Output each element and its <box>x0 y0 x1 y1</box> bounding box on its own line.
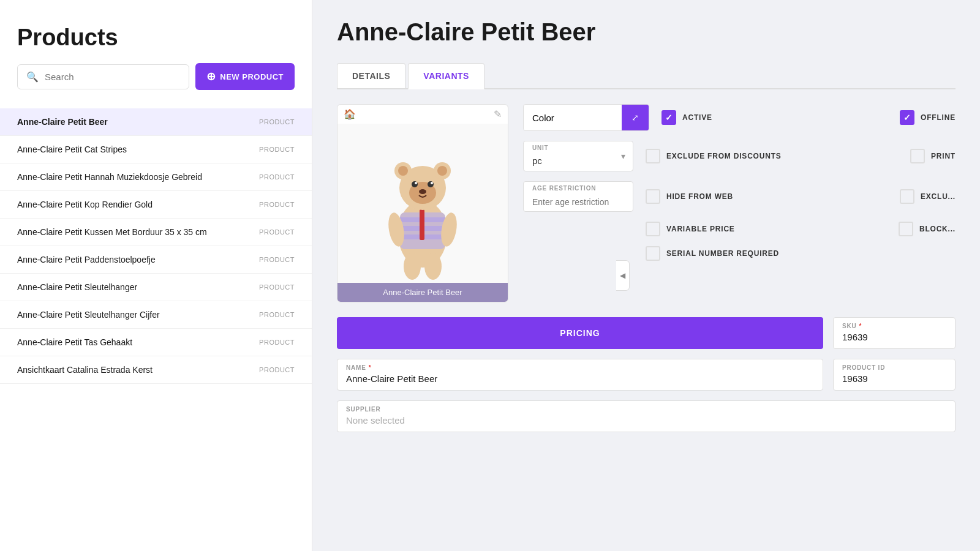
variants-content: 🏠 ✎ <box>337 104 956 302</box>
product-name: Anne-Claire Petit Kop Rendier Gold <box>17 200 153 209</box>
product-type-badge: PRODUCT <box>259 173 295 181</box>
color-input[interactable] <box>524 105 622 130</box>
pricing-button[interactable]: PRICING <box>337 317 823 349</box>
color-button[interactable]: ⤢ <box>622 104 649 131</box>
sku-label: SKU * <box>842 323 946 329</box>
hide-web-label: HIDE FROM WEB <box>666 192 733 201</box>
checkbox-offline: OFFLINE <box>900 110 956 125</box>
print-checkbox[interactable] <box>910 149 925 163</box>
list-item[interactable]: Anne-Claire Petit Hannah Muziekdoosje Ge… <box>0 163 312 191</box>
supplier-value: None selected <box>346 415 946 425</box>
color-input-group: ⤢ <box>523 104 649 131</box>
right-panel: Anne-Claire Petit Beer DETAILSVARIANTS 🏠… <box>312 0 980 551</box>
product-type-badge: PRODUCT <box>259 339 295 346</box>
search-icon: 🔍 <box>26 71 39 83</box>
list-item[interactable]: Anne-Claire Petit Kussen Met Borduur 35 … <box>0 219 312 246</box>
product-name: Anne-Claire Petit Beer <box>17 117 108 127</box>
exclude-discounts-checkbox[interactable] <box>646 149 660 163</box>
image-card: 🏠 ✎ <box>337 104 508 302</box>
chevron-down-icon: ▾ <box>621 151 625 161</box>
list-item[interactable]: Anne-Claire Petit Tas Gehaakt PRODUCT <box>0 329 312 356</box>
product-type-badge: PRODUCT <box>259 311 295 318</box>
new-product-label: NEW PRODUCT <box>220 72 284 81</box>
checkbox-hide-web: HIDE FROM WEB <box>646 189 733 204</box>
checkbox-exclude-discounts: EXCLUDE FROM DISCOUNTS <box>646 149 782 163</box>
list-item[interactable]: Anne-Claire Petit Sleutelhanger Cijfer P… <box>0 301 312 329</box>
exclu-checkbox[interactable] <box>900 189 914 204</box>
product-name: Anne-Claire Petit Sleutelhanger <box>17 282 137 292</box>
list-item[interactable]: Anne-Claire Petit Cat Stripes PRODUCT <box>0 136 312 163</box>
unit-select[interactable]: UNIT pc ▾ <box>523 141 633 171</box>
search-input[interactable] <box>45 72 180 82</box>
supplier-field[interactable]: SUPPLIER None selected <box>337 400 956 432</box>
variable-price-checkbox[interactable] <box>646 222 660 236</box>
search-box: 🔍 <box>17 64 189 89</box>
print-label: PRINT <box>931 152 956 160</box>
active-checkbox[interactable] <box>662 110 676 125</box>
age-restriction-label: AGE RESTRICTION <box>532 185 596 192</box>
image-caption: Anne-Claire Petit Beer <box>337 283 508 302</box>
left-header: Products 🔍 ⊕ NEW PRODUCT <box>0 0 312 102</box>
tab-details[interactable]: DETAILS <box>337 63 405 88</box>
name-field[interactable]: NAME * Anne-Claire Petit Beer <box>337 359 823 391</box>
name-id-row: NAME * Anne-Claire Petit Beer PRODUCT ID… <box>337 359 956 391</box>
list-item[interactable]: Anne-Claire Petit Beer PRODUCT <box>0 108 312 136</box>
home-icon[interactable]: 🏠 <box>344 108 356 120</box>
sku-value: 19639 <box>842 332 946 342</box>
product-name: Anne-Claire Petit Kussen Met Borduur 35 … <box>17 227 207 237</box>
tab-variants[interactable]: VARIANTS <box>408 63 484 89</box>
checkbox-block: BLOCK... <box>899 222 956 236</box>
svg-point-18 <box>415 182 417 184</box>
checkbox-active: ACTIVE <box>662 110 712 125</box>
offline-label: OFFLINE <box>921 113 956 122</box>
page-title: Anne-Claire Petit Beer <box>337 18 956 46</box>
product-type-badge: PRODUCT <box>259 118 295 126</box>
product-name: Anne-Claire Petit Tas Gehaakt <box>17 337 132 347</box>
block-label: BLOCK... <box>919 225 956 233</box>
product-id-value: 19639 <box>842 373 946 384</box>
products-title: Products <box>17 24 295 51</box>
product-type-badge: PRODUCT <box>259 256 295 263</box>
list-item[interactable]: Anne-Claire Petit Sleutelhanger PRODUCT <box>0 274 312 301</box>
search-row: 🔍 ⊕ NEW PRODUCT <box>17 63 295 90</box>
hide-web-checkbox[interactable] <box>646 189 660 204</box>
options-panel: ⤢ ACTIVE OFFLINE UNIT pc <box>523 104 956 261</box>
svg-point-8 <box>404 253 421 280</box>
product-list: Anne-Claire Petit Beer PRODUCT Anne-Clai… <box>0 108 312 551</box>
product-name: Anne-Claire Petit Sleutelhanger Cijfer <box>17 310 160 320</box>
product-type-badge: PRODUCT <box>259 366 295 373</box>
new-product-button[interactable]: ⊕ NEW PRODUCT <box>195 63 295 90</box>
serial-checkbox[interactable] <box>646 246 660 261</box>
name-required-marker: * <box>369 364 372 371</box>
product-name: Anne-Claire Petit Hannah Muziekdoosje Ge… <box>17 172 202 182</box>
supplier-row: SUPPLIER None selected <box>337 400 956 432</box>
product-name: Ansichtkaart Catalina Estrada Kerst <box>17 365 153 375</box>
left-panel: Products 🔍 ⊕ NEW PRODUCT Anne-Claire Pet… <box>0 0 312 551</box>
sku-required-marker: * <box>859 323 862 329</box>
offline-checkbox[interactable] <box>900 110 914 125</box>
product-id-label: PRODUCT ID <box>842 364 946 371</box>
active-label: ACTIVE <box>682 113 712 122</box>
plus-icon: ⊕ <box>206 70 216 83</box>
sku-field: SKU * 19639 <box>833 317 956 349</box>
block-checkbox[interactable] <box>899 222 913 236</box>
unit-label: UNIT <box>532 144 549 151</box>
product-type-badge: PRODUCT <box>259 201 295 208</box>
product-type-badge: PRODUCT <box>259 146 295 153</box>
svg-point-12 <box>398 166 408 176</box>
svg-point-14 <box>437 166 447 176</box>
exclude-discounts-label: EXCLUDE FROM DISCOUNTS <box>666 152 782 160</box>
checkbox-print: PRINT <box>910 149 956 163</box>
list-item[interactable]: Anne-Claire Petit Kop Rendier Gold PRODU… <box>0 191 312 219</box>
collapse-arrow[interactable]: ◀ <box>616 260 630 291</box>
list-item[interactable]: Anne-Claire Petit Paddenstoelpoefje PROD… <box>0 246 312 274</box>
list-item[interactable]: Ansichtkaart Catalina Estrada Kerst PROD… <box>0 356 312 384</box>
unit-value: pc <box>532 156 542 166</box>
svg-point-16 <box>412 181 418 187</box>
edit-icon[interactable]: ✎ <box>494 108 502 120</box>
supplier-label: SUPPLIER <box>346 406 946 413</box>
name-value: Anne-Claire Petit Beer <box>346 373 814 384</box>
serial-label: SERIAL NUMBER REQUIRED <box>666 249 779 258</box>
product-type-badge: PRODUCT <box>259 283 295 291</box>
svg-point-19 <box>431 182 433 184</box>
